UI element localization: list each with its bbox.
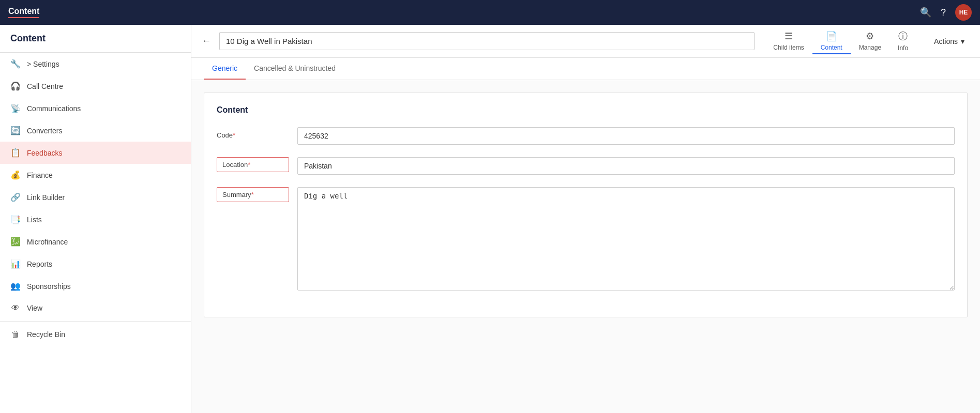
converters-icon: 🔄 (10, 126, 21, 135)
communications-icon: 📡 (10, 103, 21, 113)
sidebar-item-communications[interactable]: 📡 Communications (0, 97, 191, 119)
top-navbar: Content 🔍 ? HE (0, 0, 980, 25)
nav-icons: 🔍 ? HE (920, 4, 972, 21)
sidebar-item-label: Converters (27, 127, 180, 135)
settings-icon: 🔧 (10, 59, 21, 69)
summary-field: Dig a well (297, 187, 955, 292)
actions-chevron-icon: ▾ (961, 37, 964, 45)
manage-label: Manage (859, 44, 881, 51)
location-required: * (248, 161, 250, 169)
tab-info[interactable]: ⓘ Info (889, 28, 916, 55)
sidebar-item-label: Feedbacks (27, 149, 180, 157)
actions-button[interactable]: Actions ▾ (927, 34, 972, 49)
info-icon: ⓘ (898, 30, 908, 42)
sidebar-item-converters[interactable]: 🔄 Converters (0, 119, 191, 142)
sidebar-item-label: Lists (27, 216, 180, 224)
main-panel: ← ☰ Child items 📄 Content ⚙ Manage ⓘ (191, 25, 980, 413)
sidebar-item-label: Reports (27, 260, 180, 268)
recycle-bin-icon: 🗑 (10, 330, 21, 339)
location-row: Location* (217, 157, 955, 175)
code-label: Code* (217, 127, 289, 139)
content-section: Content Code* Location* (204, 93, 968, 317)
feedbacks-icon: 📋 (10, 148, 21, 158)
page-title-input[interactable] (219, 32, 755, 50)
help-icon[interactable]: ? (941, 7, 946, 18)
code-field (297, 127, 955, 145)
actions-label: Actions (934, 37, 958, 45)
search-icon[interactable]: 🔍 (920, 7, 931, 18)
sidebar-item-label: Microfinance (27, 238, 180, 246)
tab-manage[interactable]: ⚙ Manage (851, 28, 889, 54)
content-label: Content (821, 44, 842, 51)
content-area: Content Code* Location* (191, 80, 980, 413)
sidebar-item-view[interactable]: 👁 View (0, 297, 191, 319)
sidebar-item-settings[interactable]: 🔧 > Settings (0, 53, 191, 75)
sidebar-item-sponsorships[interactable]: 👥 Sponsorships (0, 275, 191, 297)
tab-child-items[interactable]: ☰ Child items (765, 28, 812, 54)
sponsorships-icon: 👥 (10, 281, 21, 291)
sidebar-item-label: Call Centre (27, 82, 180, 90)
sidebar-item-label: View (27, 304, 180, 312)
sidebar-item-label: Recycle Bin (27, 330, 180, 339)
location-label: Location* (217, 157, 289, 172)
content-header: ← ☰ Child items 📄 Content ⚙ Manage ⓘ (191, 25, 980, 58)
sidebar-item-label: Communications (27, 104, 180, 113)
sidebar-item-microfinance[interactable]: 💹 Microfinance (0, 231, 191, 253)
main-layout: Content 🔧 > Settings 🎧 Call Centre 📡 Com… (0, 25, 980, 413)
summary-label: Summary* (217, 187, 289, 202)
sidebar-header: Content (0, 25, 191, 53)
lists-icon: 📑 (10, 215, 21, 224)
tab-bar: Generic Cancelled & Uninstructed (191, 58, 980, 80)
tab-cancelled-uninstructed[interactable]: Cancelled & Uninstructed (246, 58, 344, 80)
sidebar-item-link-builder[interactable]: 🔗 Link Builder (0, 186, 191, 208)
section-title: Content (217, 105, 955, 115)
call-centre-icon: 🎧 (10, 81, 21, 91)
reports-icon: 📊 (10, 259, 21, 269)
tab-generic[interactable]: Generic (204, 58, 246, 80)
sidebar-item-call-centre[interactable]: 🎧 Call Centre (0, 75, 191, 97)
toolbar: ☰ Child items 📄 Content ⚙ Manage ⓘ Info (765, 28, 916, 55)
code-input[interactable] (297, 127, 955, 145)
location-field (297, 157, 955, 175)
microfinance-icon: 💹 (10, 237, 21, 247)
child-items-icon: ☰ (785, 30, 793, 42)
summary-row: Summary* Dig a well (217, 187, 955, 292)
code-row: Code* (217, 127, 955, 145)
location-input[interactable] (297, 157, 955, 175)
sidebar-item-reports[interactable]: 📊 Reports (0, 253, 191, 275)
sidebar-item-finance[interactable]: 💰 Finance (0, 164, 191, 186)
link-builder-icon: 🔗 (10, 192, 21, 202)
summary-textarea[interactable]: Dig a well (297, 187, 955, 290)
child-items-label: Child items (773, 44, 804, 51)
finance-icon: 💰 (10, 170, 21, 180)
app-title: Content (8, 7, 39, 18)
summary-required: * (251, 191, 254, 198)
code-required: * (233, 131, 235, 139)
tab-content[interactable]: 📄 Content (812, 28, 851, 54)
sidebar-item-label: Link Builder (27, 193, 180, 202)
content-icon: 📄 (826, 30, 837, 42)
info-label: Info (898, 44, 908, 52)
view-icon: 👁 (10, 303, 21, 313)
sidebar-item-label: Finance (27, 171, 180, 179)
back-button[interactable]: ← (200, 34, 213, 49)
sidebar-item-label: > Settings (27, 60, 180, 68)
sidebar-item-feedbacks[interactable]: 📋 Feedbacks (0, 142, 191, 164)
manage-icon: ⚙ (866, 30, 874, 42)
avatar[interactable]: HE (955, 4, 972, 21)
sidebar-item-lists[interactable]: 📑 Lists (0, 208, 191, 231)
sidebar-item-recycle-bin[interactable]: 🗑 Recycle Bin (0, 324, 191, 345)
sidebar-item-label: Sponsorships (27, 282, 180, 290)
sidebar: Content 🔧 > Settings 🎧 Call Centre 📡 Com… (0, 25, 191, 413)
